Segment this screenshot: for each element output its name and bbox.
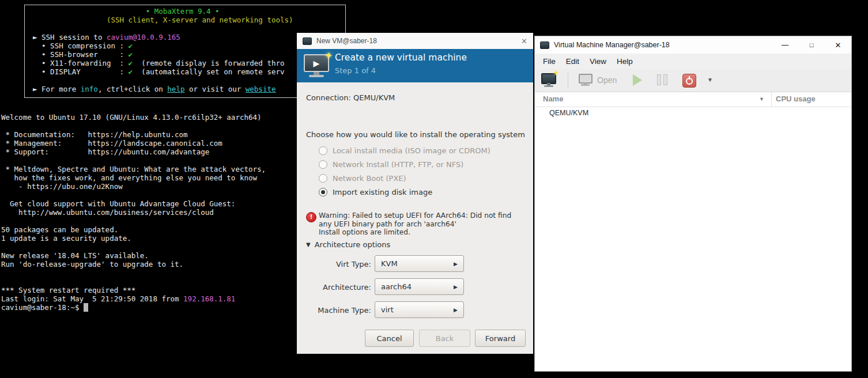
wizard-step-label: Step 1 of 4 [335,66,376,75]
terminal-line [1,191,266,199]
radio-label: Import existing disk image [333,188,432,196]
column-separator [771,92,772,107]
terminal-line: Run 'do-release-upgrade' to upgrade to i… [1,260,266,269]
vmm-titlebar[interactable]: Virtual Machine Manager@saber-18 — □ ✕ [535,36,851,54]
app-icon [303,37,312,45]
radio-label: Network Install (HTTP, FTP, or NFS) [333,160,463,169]
maximize-icon[interactable]: □ [798,36,825,54]
architecture-combo[interactable]: aarch64 ▶ [375,278,464,295]
sort-descending-icon[interactable]: ▼ [759,96,764,102]
play-icon: ▶ [314,59,320,67]
menu-view[interactable]: View [584,57,612,66]
terminal-line: * Documentation: https://help.ubuntu.com [1,130,266,139]
pause-vm-icon [657,74,667,85]
column-header-cpu-usage[interactable]: CPU usage [776,94,816,103]
terminal-line: Get cloud support with Ubuntu Advantage … [1,199,266,208]
terminal-line: • SSH compression : ✔ [33,41,293,50]
menu-help[interactable]: Help [612,57,638,66]
new-vm-wizard-icon: ▶ ✦ [303,54,330,78]
terminal-link[interactable]: website [246,85,276,93]
radio-icon [319,160,327,169]
terminal-output: Welcome to Ubuntu 17.10 (GNU/Linux 4.13.… [1,113,266,312]
terminal-line: • MobaXterm 9.4 • [33,7,293,16]
combo-arrow-icon: ▶ [454,307,458,313]
terminal-line: *** System restart required *** [1,286,266,294]
mobaxterm-banner-text: • MobaXterm 9.4 • (SSH client, X-server … [33,7,293,93]
shutdown-vm-button[interactable] [682,74,696,88]
new-vm-button[interactable]: ✦ [541,72,558,88]
terminal-cursor [84,303,88,312]
cancel-button[interactable]: Cancel [365,330,414,347]
dialog-title: New VM@saber-18 [316,37,377,45]
terminal-line [1,269,266,277]
monitor-icon: ▶ ✦ [304,54,329,72]
architecture-options-expander[interactable]: ▼ Architecture options [306,240,390,249]
menu-bar: File Edit View Help [535,54,851,69]
combo-value: KVM [381,259,398,268]
terminal-line: * Meltdown, Spectre and Ubuntu: What are… [1,165,266,173]
combo-value: virt [381,305,394,314]
vm-list-row-qemu-kvm[interactable]: QEMU/KVM [535,106,851,120]
back-button: Back [419,330,470,347]
terminal-line: • SSH-browser : ✔ [33,50,293,59]
desktop: • MobaXterm 9.4 • (SSH client, X-server … [0,0,868,378]
terminal-line: Welcome to Ubuntu 17.10 (GNU/Linux 4.13.… [1,113,266,122]
terminal-line: Last login: Sat May 5 21:29:50 2018 from… [1,294,266,303]
forward-button[interactable]: Forward [475,330,526,347]
virt-type-label: Virt Type: [297,255,371,273]
terminal-link[interactable]: help [167,85,184,93]
terminal-line: • DISPLAY : ✔ (automatically set on remo… [33,67,293,76]
radio-icon [319,146,327,155]
warning-text: Warning: Failed to setup UEFI for AArch6… [319,211,511,237]
terminal-line: New release '18.04 LTS' available. [1,251,266,260]
window-controls: — □ ✕ [772,36,851,54]
radio-label: Network Boot (PXE) [333,174,406,183]
terminal-line: * Support: https://ubuntu.com/advantage [1,148,266,156]
close-icon[interactable]: ✕ [521,37,527,46]
new-vm-dialog: New VM@saber-18 ✕ ▶ ✦ Create a new virtu… [297,33,533,354]
menu-file[interactable]: File [538,57,561,66]
terminal-line: cavium@saber-18:~$ [1,303,266,312]
terminal-line [33,76,293,85]
virtual-machine-manager-window: Virtual Machine Manager@saber-18 — □ ✕ F… [534,36,852,372]
shutdown-menu-caret-icon[interactable]: ▼ [707,77,713,83]
install-method-prompt: Choose how you would like to install the… [306,130,525,139]
radio-label: Local install media (ISO image or CDROM) [333,146,490,155]
column-header-name[interactable]: Name [543,94,563,103]
vm-list-header: Name ▼ CPU usage [535,92,851,107]
menu-edit[interactable]: Edit [561,57,584,66]
radio-icon [319,174,327,183]
radio-network-install: Network Install (HTTP, FTP, or NFS) [319,159,463,169]
open-vm-icon [578,73,593,87]
terminal-line: 1 update is a security update. [1,234,266,243]
combo-value: aarch64 [381,282,412,291]
terminal-line [1,277,266,286]
terminal-line: http://www.ubuntu.com/business/services/… [1,208,266,217]
virt-type-row: Virt Type: KVM ▶ [297,255,533,273]
virt-type-combo[interactable]: KVM ▶ [375,255,464,272]
radio-network-boot: Network Boot (PXE) [319,173,406,183]
close-icon[interactable]: ✕ [825,36,851,54]
radio-icon [319,188,327,196]
terminal-line: 50 packages can be updated. [1,225,266,234]
terminal-line: • X11-forwarding : ✔ (remote display is … [33,59,293,67]
radio-local-install-media: Local install media (ISO image or CDROM) [319,145,490,156]
terminal-line [1,156,266,165]
window-title: Virtual Machine Manager@saber-18 [554,41,670,49]
terminal-line: ► For more info, ctrl+click on help or v… [33,85,293,93]
minimize-icon[interactable]: — [772,36,798,54]
combo-arrow-icon: ▶ [454,284,458,290]
connection-label: Connection: QEMU/KVM [306,93,395,102]
radio-import-disk-image[interactable]: Import existing disk image [319,187,432,197]
architecture-row: Architecture: aarch64 ▶ [297,278,533,296]
toolbar-separator [568,72,568,88]
machine-type-combo[interactable]: virt ▶ [375,301,464,318]
terminal-line: how the fixes work, and everything else … [1,173,266,182]
new-vm-dialog-titlebar[interactable]: New VM@saber-18 ✕ [297,33,533,49]
terminal-line: * Management: https://landscape.canonica… [1,139,266,148]
star-icon: ✦ [553,69,559,77]
terminal-line [1,243,266,251]
open-button: Open [597,75,617,85]
terminal-line: - https://ubu.one/u2Know [1,182,266,191]
combo-arrow-icon: ▶ [454,261,458,267]
